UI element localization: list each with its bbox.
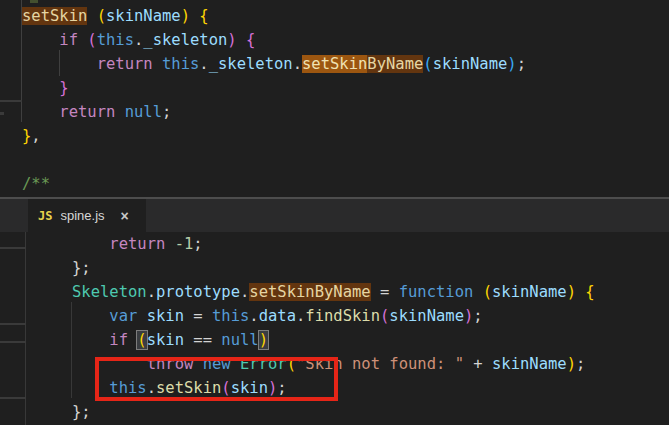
code-line[interactable]: setSkin (skinName) { [22,4,526,28]
code-token: } [22,127,31,145]
code-token: skin [147,307,184,325]
code-token: ) [227,31,236,49]
adjacent-pane-sliver [0,112,4,115]
code-token: ( [423,55,432,73]
code-token [22,79,59,97]
code-token [22,31,59,49]
javascript-file-icon: JS [38,209,52,223]
adjacent-pane-sliver [0,397,26,399]
code-token: ; [162,103,171,121]
code-token: + [464,355,492,373]
code-token [78,31,87,49]
close-icon[interactable]: × [121,208,129,224]
tab-label: spine.js [60,208,104,223]
code-line[interactable]: }, [22,124,526,148]
code-token: ( [87,31,96,49]
annotation-rectangle [95,357,338,401]
code-token: { [246,31,255,49]
code-token: ) [181,7,190,25]
code-token [87,7,96,25]
code-line[interactable]: if (skin == null) [72,328,595,352]
code-token: skinName [106,7,181,25]
code-token [72,235,109,253]
code-token: } [59,79,68,97]
code-token: return [59,103,115,121]
code-line[interactable]: }; [72,256,595,280]
code-token: this [97,31,134,49]
code-token [137,307,146,325]
code-token: . [147,283,156,301]
code-token: data [259,307,296,325]
code-token [237,31,246,49]
vscode-editor-screenshot: setSkin (skinName) { if (this._skeleton)… [0,0,669,425]
code-token: skinName [492,283,567,301]
code-token: { [199,7,208,25]
code-token: ; [193,235,202,253]
code-token: null [221,331,258,349]
code-token: skinName [389,307,464,325]
code-token: setSkin [302,55,367,73]
code-line[interactable]: } [22,76,526,100]
code-token: ) [258,330,269,350]
code-token: ) [567,283,576,301]
code-line[interactable]: }; [72,400,595,424]
code-token [22,55,97,73]
code-token: ByName [367,55,423,73]
code-line[interactable]: var skin = this.data.findSkin(skinName); [72,304,595,328]
code-token: prototype [156,283,240,301]
code-token: ) [507,55,516,73]
code-token [576,283,585,301]
adjacent-pane-sliver [0,323,26,325]
code-token: setSkinByName [249,283,370,301]
code-token: . [240,283,249,301]
code-token: return [109,235,165,253]
code-token [72,331,109,349]
code-line[interactable]: if (this._skeleton) { [22,28,526,52]
code-token: /** [22,175,50,193]
code-token: , [31,127,40,145]
code-token: setSkin [22,7,87,25]
code-line[interactable]: Skeleton.prototype.setSkinByName = funct… [72,280,595,304]
code-token: if [59,31,78,49]
code-token [190,7,199,25]
code-token: _skeleton [143,31,227,49]
code-token: ; [517,55,526,73]
code-token: . [293,55,302,73]
code-token: findSkin [305,307,380,325]
code-line[interactable]: return -1; [72,232,595,256]
tab-spine-js[interactable]: JS spine.js × [28,199,146,232]
code-token: var [109,307,137,325]
code-token: -1 [175,235,194,253]
code-line[interactable]: return this._skeleton.setSkinByName(skin… [22,52,526,76]
code-token: ) [464,307,473,325]
code-token: ( [380,307,389,325]
code-token: null [125,103,162,121]
adjacent-pane-sliver [0,100,22,102]
editor-top-code[interactable]: setSkin (skinName) { if (this._skeleton)… [22,4,526,196]
code-token: }; [72,259,91,277]
code-token: }; [72,403,91,421]
code-token [72,307,109,325]
code-token: return [97,55,153,73]
code-token: ( [97,7,106,25]
code-token: if [109,331,128,349]
code-token: . [199,55,208,73]
adjacent-pane-sliver [0,341,26,343]
code-token: _skeleton [209,55,293,73]
code-token [22,103,59,121]
code-token [115,103,124,121]
code-token: == [184,331,221,349]
code-token: . [296,307,305,325]
cropped-line-sliver [30,0,38,3]
code-token: ) [567,355,576,373]
adjacent-pane-sliver [0,247,26,249]
code-token: ( [483,283,492,301]
code-token: this [162,55,199,73]
code-token: function [399,283,474,301]
code-token: ; [473,307,482,325]
code-line[interactable] [22,148,526,172]
code-token: ; [576,355,585,373]
code-line[interactable]: return null; [22,100,526,124]
code-line[interactable]: /** [22,172,526,196]
tab-bar: JS spine.js × [0,199,669,232]
